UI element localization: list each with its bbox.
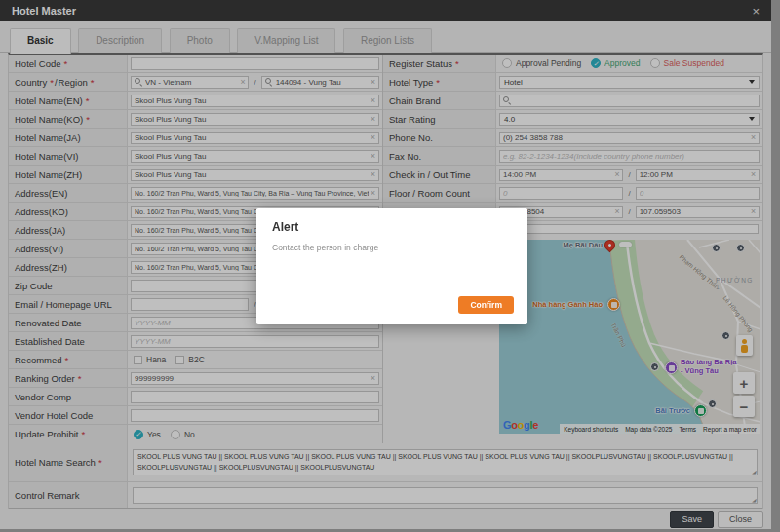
alert-dialog: Alert Contact the person in charge Confi… — [256, 208, 527, 324]
alert-message: Contact the person in charge — [272, 243, 512, 252]
confirm-button[interactable]: Confirm — [458, 296, 514, 314]
alert-title: Alert — [272, 220, 512, 234]
